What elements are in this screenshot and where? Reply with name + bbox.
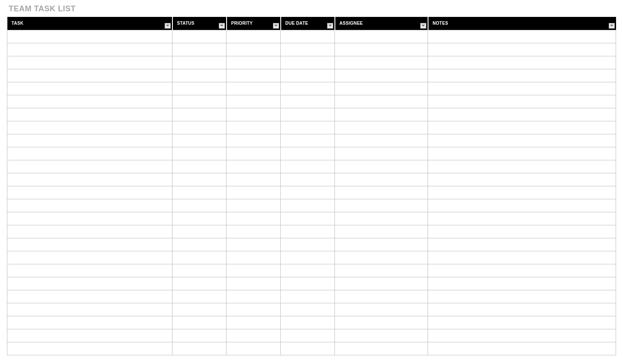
- cell-assignee[interactable]: [335, 342, 428, 355]
- cell-assignee[interactable]: [335, 238, 428, 251]
- filter-dropdown-icon[interactable]: [327, 23, 333, 29]
- cell-priority[interactable]: [227, 121, 281, 134]
- cell-due_date[interactable]: [281, 147, 335, 160]
- cell-task[interactable]: [7, 251, 172, 264]
- cell-priority[interactable]: [227, 160, 281, 173]
- cell-priority[interactable]: [227, 56, 281, 69]
- cell-notes[interactable]: [428, 95, 616, 108]
- cell-status[interactable]: [172, 277, 227, 290]
- cell-status[interactable]: [172, 95, 227, 108]
- cell-assignee[interactable]: [335, 251, 428, 264]
- cell-status[interactable]: [172, 342, 227, 355]
- column-header-due-date[interactable]: DUE DATE: [281, 17, 335, 30]
- cell-assignee[interactable]: [335, 82, 428, 95]
- cell-status[interactable]: [172, 212, 227, 225]
- cell-task[interactable]: [7, 342, 172, 355]
- cell-notes[interactable]: [428, 303, 616, 316]
- cell-status[interactable]: [172, 134, 227, 147]
- cell-priority[interactable]: [227, 290, 281, 303]
- cell-task[interactable]: [7, 95, 172, 108]
- cell-task[interactable]: [7, 108, 172, 121]
- cell-status[interactable]: [172, 199, 227, 212]
- cell-status[interactable]: [172, 225, 227, 238]
- cell-priority[interactable]: [227, 329, 281, 342]
- cell-task[interactable]: [7, 264, 172, 277]
- cell-task[interactable]: [7, 316, 172, 329]
- cell-notes[interactable]: [428, 30, 616, 43]
- cell-status[interactable]: [172, 329, 227, 342]
- cell-status[interactable]: [172, 264, 227, 277]
- cell-assignee[interactable]: [335, 69, 428, 82]
- cell-status[interactable]: [172, 121, 227, 134]
- cell-notes[interactable]: [428, 212, 616, 225]
- cell-priority[interactable]: [227, 264, 281, 277]
- cell-notes[interactable]: [428, 69, 616, 82]
- cell-priority[interactable]: [227, 134, 281, 147]
- cell-assignee[interactable]: [335, 95, 428, 108]
- cell-status[interactable]: [172, 238, 227, 251]
- cell-assignee[interactable]: [335, 173, 428, 186]
- cell-due_date[interactable]: [281, 303, 335, 316]
- cell-assignee[interactable]: [335, 303, 428, 316]
- cell-priority[interactable]: [227, 108, 281, 121]
- cell-status[interactable]: [172, 147, 227, 160]
- cell-priority[interactable]: [227, 251, 281, 264]
- cell-priority[interactable]: [227, 316, 281, 329]
- cell-task[interactable]: [7, 290, 172, 303]
- cell-due_date[interactable]: [281, 160, 335, 173]
- cell-status[interactable]: [172, 251, 227, 264]
- cell-status[interactable]: [172, 69, 227, 82]
- cell-priority[interactable]: [227, 173, 281, 186]
- filter-dropdown-icon[interactable]: [219, 23, 225, 29]
- cell-assignee[interactable]: [335, 264, 428, 277]
- cell-status[interactable]: [172, 290, 227, 303]
- cell-priority[interactable]: [227, 30, 281, 43]
- cell-task[interactable]: [7, 212, 172, 225]
- cell-notes[interactable]: [428, 134, 616, 147]
- cell-due_date[interactable]: [281, 108, 335, 121]
- cell-assignee[interactable]: [335, 186, 428, 199]
- cell-notes[interactable]: [428, 199, 616, 212]
- cell-due_date[interactable]: [281, 43, 335, 56]
- cell-task[interactable]: [7, 121, 172, 134]
- cell-task[interactable]: [7, 303, 172, 316]
- cell-task[interactable]: [7, 173, 172, 186]
- cell-status[interactable]: [172, 160, 227, 173]
- cell-priority[interactable]: [227, 95, 281, 108]
- cell-assignee[interactable]: [335, 43, 428, 56]
- cell-task[interactable]: [7, 329, 172, 342]
- cell-notes[interactable]: [428, 108, 616, 121]
- cell-due_date[interactable]: [281, 121, 335, 134]
- cell-due_date[interactable]: [281, 212, 335, 225]
- cell-notes[interactable]: [428, 264, 616, 277]
- cell-notes[interactable]: [428, 238, 616, 251]
- cell-due_date[interactable]: [281, 186, 335, 199]
- cell-notes[interactable]: [428, 186, 616, 199]
- cell-assignee[interactable]: [335, 290, 428, 303]
- cell-assignee[interactable]: [335, 108, 428, 121]
- cell-task[interactable]: [7, 277, 172, 290]
- cell-assignee[interactable]: [335, 160, 428, 173]
- cell-due_date[interactable]: [281, 95, 335, 108]
- cell-status[interactable]: [172, 173, 227, 186]
- cell-priority[interactable]: [227, 303, 281, 316]
- cell-status[interactable]: [172, 186, 227, 199]
- cell-task[interactable]: [7, 199, 172, 212]
- cell-assignee[interactable]: [335, 147, 428, 160]
- cell-priority[interactable]: [227, 43, 281, 56]
- cell-task[interactable]: [7, 238, 172, 251]
- column-header-priority[interactable]: PRIORITY: [227, 17, 281, 30]
- cell-due_date[interactable]: [281, 251, 335, 264]
- cell-notes[interactable]: [428, 160, 616, 173]
- cell-due_date[interactable]: [281, 173, 335, 186]
- cell-assignee[interactable]: [335, 199, 428, 212]
- cell-task[interactable]: [7, 69, 172, 82]
- cell-priority[interactable]: [227, 212, 281, 225]
- cell-task[interactable]: [7, 30, 172, 43]
- cell-priority[interactable]: [227, 186, 281, 199]
- cell-notes[interactable]: [428, 342, 616, 355]
- cell-due_date[interactable]: [281, 264, 335, 277]
- cell-notes[interactable]: [428, 251, 616, 264]
- cell-priority[interactable]: [227, 342, 281, 355]
- cell-due_date[interactable]: [281, 199, 335, 212]
